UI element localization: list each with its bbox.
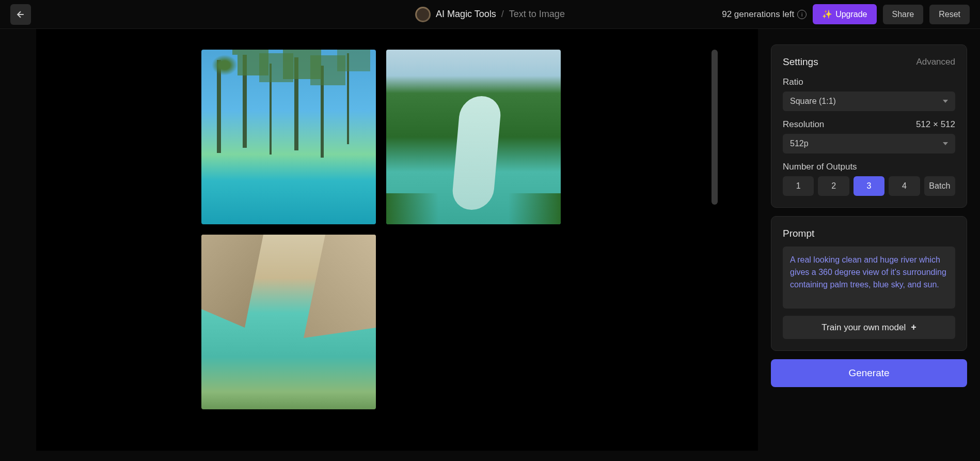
- generations-left-text: 92 generations left: [722, 9, 794, 20]
- chevron-down-icon: [943, 100, 948, 103]
- breadcrumb-main[interactable]: AI Magic Tools: [436, 9, 496, 20]
- back-button[interactable]: [10, 4, 31, 25]
- upgrade-label: Upgrade: [835, 10, 867, 19]
- share-button[interactable]: Share: [883, 5, 924, 24]
- generations-left: 92 generations left i: [722, 9, 807, 20]
- image-grid: [201, 50, 722, 409]
- canvas-inner: [72, 39, 722, 422]
- generated-image-3[interactable]: [201, 235, 376, 409]
- train-label: Train your own model: [821, 322, 906, 333]
- advanced-link[interactable]: Advanced: [916, 57, 955, 67]
- main-content: Settings Advanced Ratio Square (1:1) Res…: [0, 29, 980, 461]
- resolution-row: Resolution 512 × 512: [783, 119, 955, 130]
- breadcrumb-sub: Text to Image: [509, 9, 565, 20]
- canvas-area: [36, 29, 758, 451]
- settings-panel: Settings Advanced Ratio Square (1:1) Res…: [771, 44, 967, 208]
- breadcrumb: AI Magic Tools / Text to Image: [415, 7, 565, 22]
- outputs-row: 1 2 3 4 Batch: [783, 176, 955, 196]
- resolution-value: 512 × 512: [916, 119, 955, 130]
- resolution-label: Resolution: [783, 119, 824, 130]
- scrollbar[interactable]: [712, 50, 718, 205]
- avatar: [415, 7, 431, 22]
- breadcrumb-separator: /: [501, 9, 504, 20]
- train-model-button[interactable]: Train your own model +: [783, 316, 955, 339]
- output-option-batch[interactable]: Batch: [924, 176, 955, 196]
- generated-image-2[interactable]: [386, 50, 561, 224]
- resolution-select-value: 512p: [790, 139, 809, 148]
- generated-image-1[interactable]: [201, 50, 376, 224]
- output-option-2[interactable]: 2: [818, 176, 849, 196]
- info-icon[interactable]: i: [797, 10, 807, 19]
- prompt-textarea[interactable]: A real looking clean and huge river whic…: [783, 247, 955, 309]
- resolution-select[interactable]: 512p: [783, 134, 955, 153]
- chevron-down-icon: [943, 142, 948, 145]
- output-option-3[interactable]: 3: [853, 176, 884, 196]
- plus-icon: +: [911, 322, 916, 333]
- header-actions: 92 generations left i ✨ Upgrade Share Re…: [722, 4, 970, 24]
- ratio-label: Ratio: [783, 77, 955, 87]
- sparkle-icon: ✨: [822, 9, 832, 19]
- outputs-label: Number of Outputs: [783, 162, 955, 172]
- prompt-title: Prompt: [783, 228, 955, 239]
- output-option-4[interactable]: 4: [889, 176, 920, 196]
- upgrade-button[interactable]: ✨ Upgrade: [813, 4, 876, 24]
- ratio-value: Square (1:1): [790, 97, 836, 106]
- ratio-select[interactable]: Square (1:1): [783, 91, 955, 111]
- settings-sidebar: Settings Advanced Ratio Square (1:1) Res…: [758, 29, 980, 461]
- reset-button[interactable]: Reset: [929, 5, 970, 24]
- output-option-1[interactable]: 1: [783, 176, 814, 196]
- settings-header: Settings Advanced: [783, 56, 955, 68]
- generate-button[interactable]: Generate: [771, 359, 967, 387]
- settings-title: Settings: [783, 56, 818, 68]
- app-header: AI Magic Tools / Text to Image 92 genera…: [0, 0, 980, 29]
- prompt-panel: Prompt A real looking clean and huge riv…: [771, 216, 967, 351]
- arrow-left-icon: [15, 9, 26, 20]
